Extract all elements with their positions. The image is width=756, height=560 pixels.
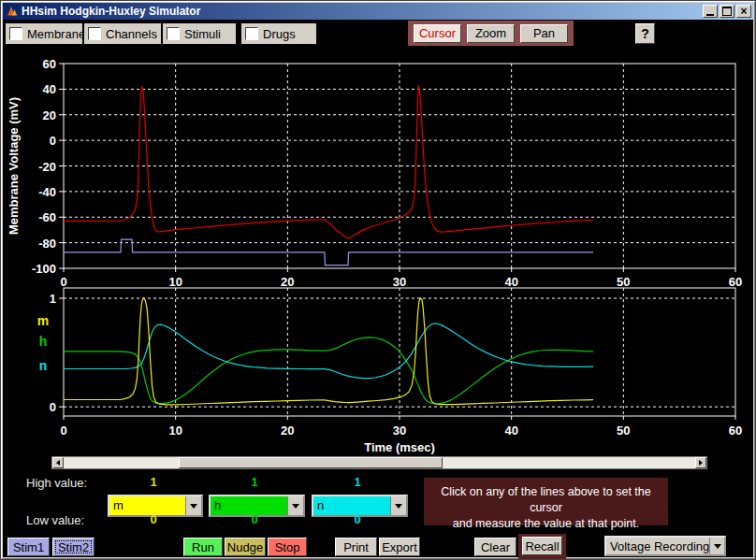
- trace2-low-value: 0: [209, 512, 300, 526]
- close-button[interactable]: ×: [736, 5, 751, 18]
- channels-checkbox[interactable]: [88, 27, 101, 40]
- cursor-help-box: Click on any of the lines above to set t…: [424, 478, 668, 525]
- membrane-checkbox[interactable]: [9, 27, 22, 40]
- drugs-toggle[interactable]: Drugs: [241, 23, 316, 44]
- drugs-checkbox[interactable]: [245, 27, 258, 40]
- membrane-label: Membrane: [27, 27, 85, 41]
- low-value-label: Low value:: [26, 513, 84, 527]
- mode-panel: Cursor Zoom Pan: [408, 21, 574, 46]
- scroll-left-button[interactable]: [52, 457, 64, 468]
- title-bar: HHsim Hodgkin-Huxley Simulator ×: [3, 3, 753, 20]
- zoom-mode-button[interactable]: Zoom: [467, 24, 515, 43]
- run-button[interactable]: Run: [183, 538, 223, 556]
- application-window: { "window": { "title": "HHsim Hodgkin-Hu…: [0, 0, 756, 560]
- trace3-low-value: 0: [312, 512, 403, 526]
- chevron-down-icon: [190, 504, 197, 512]
- app-icon[interactable]: [5, 5, 18, 18]
- recording-select[interactable]: Voltage Recording: [604, 536, 726, 556]
- maximize-icon: [722, 7, 732, 16]
- membrane-toggle[interactable]: Membrane: [6, 23, 82, 44]
- left-arrow-icon: [53, 460, 60, 466]
- pan-mode-button[interactable]: Pan: [520, 24, 568, 43]
- close-icon: ×: [740, 7, 747, 16]
- channels-toggle[interactable]: Channels: [84, 23, 161, 44]
- scrollbar-thumb[interactable]: [179, 457, 443, 468]
- time-scrollbar[interactable]: [51, 456, 707, 469]
- trace3-high-value: 1: [312, 475, 403, 489]
- high-value-label: High value:: [26, 476, 87, 490]
- clear-button[interactable]: Clear: [474, 538, 516, 556]
- minimize-icon: [706, 14, 714, 16]
- drugs-label: Drugs: [263, 27, 296, 41]
- trace1-low-value: 0: [108, 512, 199, 526]
- minimize-button[interactable]: [703, 5, 718, 18]
- stop-button[interactable]: Stop: [268, 538, 307, 556]
- window-title: HHsim Hodgkin-Huxley Simulator: [22, 5, 701, 18]
- chevron-down-icon: [292, 504, 299, 512]
- right-arrow-icon: [699, 460, 705, 466]
- print-button[interactable]: Print: [335, 538, 377, 556]
- stim1-button[interactable]: Stim1: [7, 538, 50, 556]
- stim2-button[interactable]: Stim2: [52, 538, 94, 556]
- cursor-help-line2: and measure the value at that point.: [424, 516, 668, 532]
- maximize-button[interactable]: [720, 5, 734, 18]
- chevron-down-icon: [395, 504, 402, 512]
- cursor-mode-button[interactable]: Cursor: [414, 24, 461, 43]
- trace2-high-value: 1: [209, 475, 300, 489]
- chevron-down-icon: [714, 544, 721, 553]
- help-button[interactable]: ?: [635, 23, 655, 44]
- stimuli-label: Stimuli: [184, 27, 221, 41]
- channels-label: Channels: [106, 27, 157, 41]
- stimuli-checkbox[interactable]: [167, 27, 180, 40]
- nudge-button[interactable]: Nudge: [225, 538, 266, 556]
- export-button[interactable]: Export: [379, 538, 420, 556]
- recording-select-arrow[interactable]: [709, 538, 724, 554]
- cursor-help-line1: Click on any of the lines above to set t…: [424, 484, 668, 516]
- matlab-logo-icon: [5, 5, 18, 18]
- trace1-high-value: 1: [108, 475, 199, 489]
- recall-button[interactable]: Recall: [522, 537, 562, 555]
- recall-frame: Recall: [518, 534, 566, 559]
- recording-select-value: Voltage Recording: [606, 538, 709, 554]
- stimuli-toggle[interactable]: Stimuli: [163, 23, 236, 44]
- scroll-right-button[interactable]: [695, 457, 706, 468]
